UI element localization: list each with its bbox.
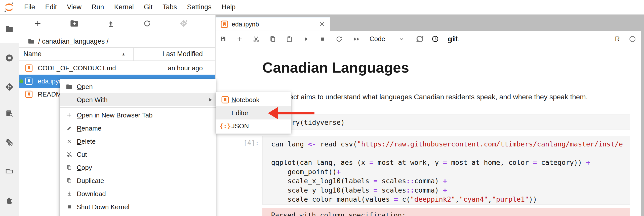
submenu-notebook[interactable]: Notebook — [216, 93, 291, 106]
menu-settings[interactable]: Settings — [182, 0, 217, 14]
menu-file[interactable]: File — [19, 0, 40, 14]
file-browser-toolbar — [19, 14, 215, 33]
plus-icon — [65, 111, 74, 119]
output-text: Parsed with column specification: — [262, 208, 630, 216]
history-clock-button[interactable] — [431, 35, 439, 43]
copy-icon — [65, 164, 74, 171]
jupyter-logo — [4, 2, 15, 13]
context-open-with[interactable]: Open With — [60, 93, 216, 106]
extension-manager-icon[interactable] — [5, 195, 14, 204]
stop-icon — [65, 203, 74, 211]
new-launcher-button[interactable] — [33, 18, 43, 28]
code-line: scale_y_log10(labels = scales::comma) + — [271, 186, 630, 195]
markdown-heading: Canadian Languages — [262, 59, 409, 76]
refresh-button[interactable] — [142, 18, 152, 28]
code-line: geom_point()+ — [271, 167, 630, 177]
kernel-running-dot — [19, 79, 23, 83]
column-name[interactable]: Name — [23, 48, 42, 60]
file-name: CODE_OF_CONDUCT.md — [38, 61, 116, 75]
stop-button[interactable] — [319, 35, 326, 43]
code-cell-ggplot[interactable]: can_lang <- read_csv("https://raw.github… — [262, 136, 630, 205]
menu-kernel[interactable]: Kernel — [109, 0, 139, 14]
cell-type-dropdown[interactable]: Code — [370, 35, 405, 43]
breadcrumb[interactable]: / canadian_languages / — [19, 34, 215, 49]
menu-edit[interactable]: Edit — [40, 0, 62, 14]
kernel-indicator: R — [615, 31, 636, 47]
dock-tab-bar: eda.ipynb — [216, 14, 641, 31]
file-browser-icon[interactable] — [5, 25, 14, 33]
submenu-json[interactable]: {:} JSON — [216, 119, 291, 133]
run-button[interactable] — [302, 35, 310, 43]
file-context-menu: Open Open With Open in New Browser Tab R… — [60, 79, 216, 216]
submenu-notebook-label: Notebook — [231, 96, 259, 104]
notebook-toolbar: Code git — [216, 31, 641, 47]
cut-cells-button[interactable] — [252, 35, 260, 43]
close-icon[interactable] — [319, 21, 325, 27]
column-divider — [133, 48, 134, 60]
context-shutdown-kernel[interactable]: Shut Down Kernel — [60, 200, 216, 213]
command-palette-icon[interactable] — [5, 109, 14, 118]
kernel-name[interactable]: R — [615, 35, 620, 43]
submenu-editor-label: Editor — [231, 109, 249, 117]
add-cell-button[interactable] — [236, 35, 243, 43]
code-line: library(tidyverse) — [271, 118, 630, 127]
tab-eda-ipynb[interactable]: eda.ipynb — [216, 17, 330, 31]
menu-git[interactable]: Git — [139, 0, 158, 14]
nbdime-diff-button[interactable] — [415, 35, 424, 43]
context-delete[interactable]: Delete — [60, 135, 216, 148]
context-copy-label: Copy — [77, 164, 92, 172]
context-delete-label: Delete — [77, 138, 96, 145]
copy-cells-button[interactable] — [269, 35, 276, 43]
git-icon[interactable] — [5, 83, 14, 91]
new-folder-button[interactable] — [69, 18, 79, 28]
context-open-label: Open — [77, 83, 93, 91]
context-cut[interactable]: Cut — [60, 148, 216, 161]
pencil-icon — [65, 125, 74, 132]
context-duplicate[interactable]: Duplicate — [60, 174, 216, 187]
menu-tabs[interactable]: Tabs — [157, 0, 182, 14]
submenu-json-label: JSON — [231, 122, 249, 130]
file-modified: an hour ago — [168, 61, 203, 75]
menu-view[interactable]: View — [62, 0, 87, 14]
file-row-code-of-conduct[interactable]: CODE_OF_CONDUCT.md an hour ago — [19, 61, 215, 75]
open-tabs-icon[interactable] — [5, 167, 14, 175]
git-button[interactable]: git — [448, 35, 458, 43]
markdown-file-icon — [25, 64, 33, 72]
context-copy-shareable-link[interactable]: Copy Shareable Link — [60, 213, 216, 216]
property-inspector-icon[interactable] — [5, 138, 14, 147]
copy-icon — [65, 177, 74, 184]
save-button[interactable] — [219, 35, 227, 43]
context-open-new-tab[interactable]: Open in New Browser Tab — [60, 109, 216, 122]
context-download-label: Download — [77, 190, 106, 198]
sort-ascending-icon[interactable]: ▲ — [122, 48, 126, 60]
scissors-icon — [65, 151, 74, 158]
cell-output-warning: Parsed with column specification: — [262, 208, 630, 216]
context-open-new-tab-label: Open in New Browser Tab — [77, 111, 153, 119]
menu-divider — [60, 107, 216, 108]
cell-prompt: [4]: — [234, 139, 259, 147]
context-open[interactable]: Open — [60, 80, 216, 93]
download-icon — [65, 190, 74, 198]
context-copy[interactable]: Copy — [60, 161, 216, 174]
restart-kernel-button[interactable] — [335, 35, 343, 43]
context-duplicate-label: Duplicate — [77, 177, 104, 185]
kernel-status-icon[interactable] — [629, 36, 636, 43]
paste-cells-button[interactable] — [286, 35, 293, 43]
context-rename[interactable]: Rename — [60, 122, 216, 135]
annotation-arrow — [267, 106, 315, 120]
home-folder-icon[interactable] — [28, 38, 35, 45]
submenu-arrow-icon — [209, 98, 212, 102]
menu-help[interactable]: Help — [217, 0, 241, 14]
column-last-modified[interactable]: Last Modified — [162, 48, 203, 60]
git-clone-button[interactable] — [179, 18, 189, 28]
context-download[interactable]: Download — [60, 187, 216, 200]
menu-run[interactable]: Run — [87, 0, 109, 14]
running-kernels-icon[interactable] — [5, 54, 14, 62]
folder-icon — [65, 83, 74, 90]
restart-run-all-button[interactable] — [352, 35, 362, 43]
code-cell-library[interactable]: library(tidyverse) — [262, 114, 630, 130]
notebook-file-icon — [25, 77, 33, 85]
activity-sidebar — [0, 14, 19, 216]
upload-button[interactable] — [106, 18, 115, 28]
close-icon — [65, 138, 74, 145]
